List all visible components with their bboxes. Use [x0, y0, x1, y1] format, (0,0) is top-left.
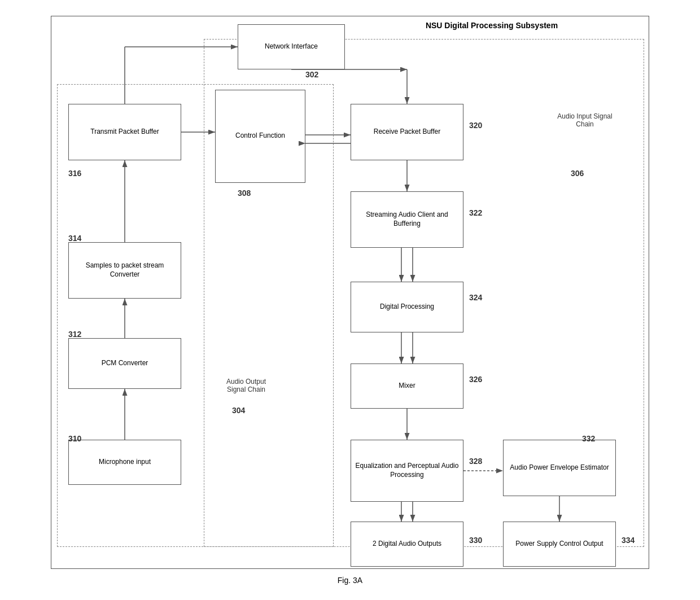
receive-packet-buffer-block: Receive Packet Buffer	[351, 104, 463, 160]
audio-output-ref: 304	[232, 406, 245, 415]
receive-packet-buffer-ref: 320	[469, 121, 482, 130]
digital-processing-block: Digital Processing	[351, 282, 463, 332]
microphone-input-ref: 310	[68, 434, 81, 443]
mixer-ref: 326	[469, 375, 482, 384]
audio-input-label: Audio Input Signal Chain	[554, 112, 616, 128]
network-interface-block: Network Interface	[238, 24, 345, 69]
audio-power-envelope-ref: 332	[582, 434, 595, 443]
digital-audio-outputs-ref: 330	[469, 536, 482, 545]
mixer-block: Mixer	[351, 363, 463, 409]
fig-caption: Fig. 3A	[51, 576, 649, 585]
equalization-block: Equalization and Perceptual Audio Proces…	[351, 440, 463, 502]
power-supply-control-ref: 334	[622, 536, 635, 545]
nsu-title: NSU Digital Processing Subsystem	[379, 21, 605, 30]
digital-audio-outputs-block: 2 Digital Audio Outputs	[351, 522, 463, 567]
streaming-audio-block: Streaming Audio Client and Buffering	[351, 191, 463, 248]
streaming-audio-ref: 322	[469, 208, 482, 217]
pcm-converter-block: PCM Converter	[68, 338, 181, 389]
page-wrapper: NSU Digital Processing Subsystem Audio O…	[40, 5, 660, 596]
equalization-ref: 328	[469, 457, 482, 466]
transmit-packet-buffer-block: Transmit Packet Buffer	[68, 104, 181, 160]
microphone-input-block: Microphone input	[68, 440, 181, 485]
audio-power-envelope-block: Audio Power Envelope Estimator	[503, 440, 616, 496]
diagram-container: NSU Digital Processing Subsystem Audio O…	[51, 16, 649, 569]
samples-to-packet-ref: 314	[68, 234, 81, 243]
control-function-block: Control Function	[215, 90, 305, 183]
transmit-packet-buffer-ref: 316	[68, 169, 81, 178]
network-interface-ref: 302	[305, 70, 318, 79]
pcm-converter-ref: 312	[68, 330, 81, 339]
audio-input-ref: 306	[571, 169, 584, 178]
audio-output-label: Audio Output Signal Chain	[221, 378, 272, 393]
power-supply-control-block: Power Supply Control Output	[503, 522, 616, 567]
digital-processing-ref: 324	[469, 293, 482, 302]
samples-to-packet-block: Samples to packet stream Converter	[68, 242, 181, 299]
control-function-ref: 308	[238, 189, 251, 198]
